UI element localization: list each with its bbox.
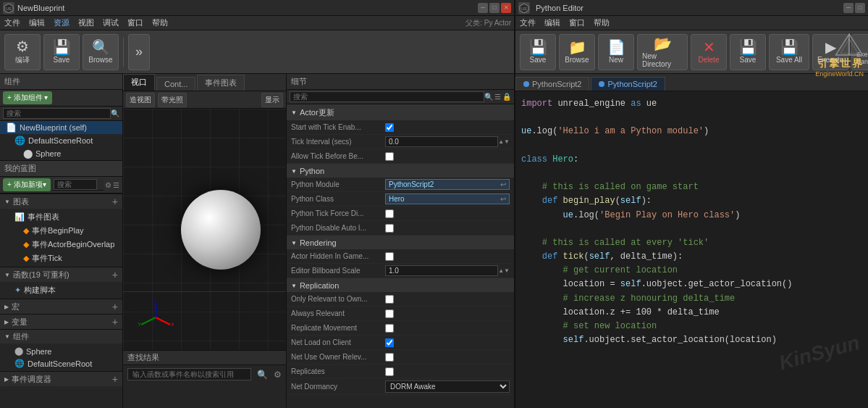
variables-section-header[interactable]: ▶ 变量 + <box>0 315 122 329</box>
self-component-item[interactable]: 📄 NewBlueprint (self) <box>0 121 122 134</box>
my-blueprint-search-input[interactable] <box>54 179 97 190</box>
details-search-input[interactable] <box>290 91 484 102</box>
python-browse-button[interactable]: 📁 Browse <box>559 34 595 70</box>
replicate-movement-checkbox[interactable] <box>385 324 394 333</box>
event-graph-item[interactable]: 📊 事件图表 <box>0 210 122 224</box>
variables-add-icon[interactable]: + <box>112 316 118 328</box>
python-section-header[interactable]: ▼ Python <box>287 165 514 178</box>
tab-event-graph[interactable]: 事件图表 <box>197 75 245 91</box>
blueprint-settings-icon[interactable]: ⚙ <box>105 181 111 189</box>
bp-context-label: 父类: Py Actor <box>465 18 511 28</box>
tick-force-checkbox[interactable] <box>385 209 394 218</box>
add-component-button[interactable]: + 添加组件 ▾ <box>3 91 52 104</box>
python-save-button[interactable]: 💾 Save <box>520 34 556 70</box>
default-root-bp-item[interactable]: 🌐 DefaultSceneRoot <box>0 357 122 370</box>
menu-help[interactable]: 帮助 <box>151 17 169 28</box>
net-load-checkbox[interactable] <box>385 338 394 347</box>
tick-interval-input[interactable] <box>385 136 498 147</box>
event-dispatcher-add-icon[interactable]: + <box>112 373 118 385</box>
more-options-button[interactable]: » <box>128 34 150 70</box>
python-new-button[interactable]: 📄 New <box>598 34 634 70</box>
python-min-btn[interactable]: ─ <box>843 3 854 13</box>
start-tick-checkbox[interactable] <box>385 123 394 132</box>
net-dormancy-select[interactable]: DORM Awake DORM Initial DORM DormantAll <box>385 380 510 393</box>
billboard-spinner-icon[interactable]: ▲▼ <box>498 267 510 274</box>
blueprint-view-toggle-icon[interactable]: ☰ <box>113 181 119 189</box>
python-module-value[interactable]: PythonScript2 ↩ <box>385 179 510 190</box>
graphs-add-icon[interactable]: + <box>112 196 118 207</box>
replication-header[interactable]: ▼ Replication <box>287 279 514 292</box>
only-relevant-checkbox[interactable] <box>385 295 394 304</box>
python-max-btn[interactable]: □ <box>855 3 865 13</box>
event-dispatcher-header[interactable]: ▶ 事件调度器 + <box>0 372 122 386</box>
menu-edit[interactable]: 编辑 <box>28 17 46 28</box>
python-class-reset-icon[interactable]: ↩ <box>500 195 506 203</box>
perspective-button[interactable]: 造视图 <box>126 93 155 107</box>
python-menu-window[interactable]: 窗口 <box>568 17 586 28</box>
hidden-game-checkbox[interactable] <box>385 252 394 261</box>
minimize-btn[interactable]: ─ <box>478 3 488 13</box>
menu-view[interactable]: 视图 <box>77 17 96 28</box>
sphere-item[interactable]: ⬤ Sphere <box>0 147 122 160</box>
graph-icon: 📊 <box>14 212 25 222</box>
menu-asset[interactable]: 资源 <box>52 17 71 28</box>
menu-window[interactable]: 窗口 <box>126 17 145 28</box>
begin-play-item[interactable]: ◆ 事件BeginPlay <box>0 224 122 238</box>
replicates-checkbox[interactable] <box>385 367 394 376</box>
tab-python-script-2[interactable]: PythonScript2 <box>591 77 665 91</box>
net-use-owner-checkbox[interactable] <box>385 353 394 362</box>
always-relevant-checkbox[interactable] <box>385 309 394 318</box>
tab-python-script-1[interactable]: PythonScript2 <box>515 77 589 91</box>
rendering-header[interactable]: ▼ Rendering <box>287 236 514 249</box>
browse-button[interactable]: 🔍 Browse <box>83 34 119 70</box>
macros-add-icon[interactable]: + <box>112 301 118 312</box>
compile-button[interactable]: ⚙ 编译 <box>4 34 41 70</box>
menu-file[interactable]: 文件 <box>3 17 22 28</box>
add-new-button[interactable]: + 添加新项▾ <box>3 178 51 191</box>
graphs-section-header[interactable]: ▼ 图表 + <box>0 194 122 209</box>
svg-text:UE: UE <box>6 7 12 11</box>
build-script-item[interactable]: ✦ 构建脚本 <box>0 283 122 297</box>
python-window-controls: ─ □ <box>843 3 865 13</box>
functions-add-icon[interactable]: + <box>112 269 118 280</box>
python-save-all-button[interactable]: 💾 Save All <box>769 34 809 70</box>
tab-construction[interactable]: Cont... <box>156 77 195 91</box>
python-save2-button[interactable]: 💾 Save <box>730 34 766 70</box>
python-menu-help[interactable]: 帮助 <box>592 17 611 28</box>
bp-components-header[interactable]: ▼ 组件 <box>0 330 122 344</box>
find-results-input[interactable] <box>127 368 251 380</box>
add-component-bar: + 添加组件 ▾ <box>0 90 122 107</box>
components-search-input[interactable] <box>3 108 111 119</box>
actor-tick-header[interactable]: ▼ Actor更新 <box>287 105 514 120</box>
macros-section-header[interactable]: ▶ 宏 + <box>0 299 122 314</box>
disable-auto-checkbox[interactable] <box>385 224 394 233</box>
python-menu-edit[interactable]: 编辑 <box>543 17 562 28</box>
tick-interval-spinner-icon[interactable]: ▲▼ <box>498 138 510 145</box>
functions-section: ▼ 函数(19 可重利) + ✦ 构建脚本 <box>0 267 122 299</box>
menu-debug[interactable]: 调试 <box>101 17 120 28</box>
tab-viewport[interactable]: 视口 <box>123 74 155 91</box>
python-menu-file[interactable]: 文件 <box>518 17 537 28</box>
code-editor[interactable]: import unreal_engine as ue ue.log('Hello… <box>515 91 868 408</box>
functions-section-header[interactable]: ▼ 函数(19 可重利) + <box>0 267 122 282</box>
save-button[interactable]: 💾 Save <box>43 34 80 70</box>
billboard-scale-input[interactable] <box>385 265 498 276</box>
python-delete-button[interactable]: ✕ Delete <box>691 34 727 70</box>
close-btn[interactable]: ✕ <box>501 3 511 13</box>
python-module-reset-icon[interactable]: ↩ <box>500 180 506 188</box>
python-class-value[interactable]: Hero ↩ <box>385 193 510 204</box>
viewport-area[interactable]: X Y Z <box>123 109 286 350</box>
details-search-icon: 🔍 <box>484 93 493 101</box>
tab-script2-label: PythonScript2 <box>607 80 657 88</box>
allow-tick-checkbox[interactable] <box>385 152 394 161</box>
variables-collapse-icon: ▶ <box>4 319 9 325</box>
python-new-dir-button[interactable]: 📂 New Directory <box>637 34 688 70</box>
tick-item[interactable]: ◆ 事件Tick <box>0 251 122 265</box>
maximize-btn[interactable]: □ <box>489 3 500 13</box>
graphs-content: 📊 事件图表 ◆ 事件BeginPlay ◆ 事件ActorBeginOverl… <box>0 209 122 267</box>
default-scene-root-item[interactable]: 🌐 DefaultSceneRoot <box>0 134 122 147</box>
sphere-bp-item[interactable]: ⬤ Sphere <box>0 345 122 357</box>
show-button[interactable]: 显示 <box>261 93 283 107</box>
actor-overlap-item[interactable]: ◆ 事件ActorBeginOverlap <box>0 238 122 251</box>
lit-button[interactable]: 带光照 <box>158 93 187 107</box>
